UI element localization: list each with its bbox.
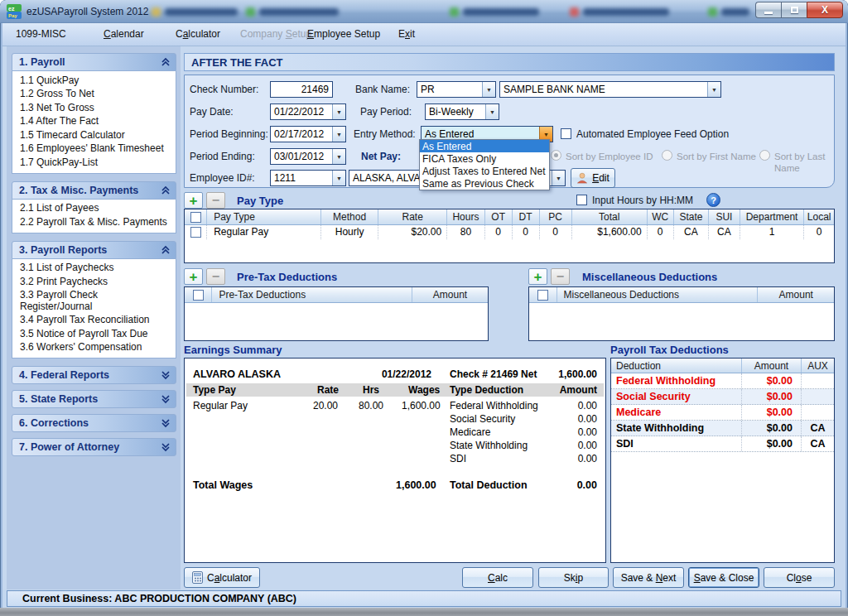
titlebar: ez Pay ezUSAPayroll System 2012 X xyxy=(0,0,848,23)
sort-by-employee-id-radio[interactable] xyxy=(551,150,561,161)
sidebar-item-print-paychecks[interactable]: 3.2 Print Paychecks xyxy=(12,275,176,289)
help-icon[interactable]: ? xyxy=(706,193,720,207)
calc-button[interactable]: Calc xyxy=(462,567,533,588)
table-row[interactable]: Federal Withholding $0.00 xyxy=(611,373,834,389)
remove-pay-type-button[interactable]: − xyxy=(206,192,225,209)
row-checkbox[interactable] xyxy=(190,227,201,238)
sidebar-section-power-of-attorney[interactable]: 7. Power of Attorney xyxy=(12,438,176,456)
edit-employee-button[interactable]: Edit xyxy=(571,168,615,188)
sidebar-item-check-register[interactable]: 3.3 Payroll Check Register/Journal xyxy=(12,289,176,314)
window-controls: X xyxy=(755,2,843,18)
restore-button[interactable] xyxy=(781,2,807,18)
chevron-down-icon[interactable]: ▼ xyxy=(332,149,345,164)
close-form-button[interactable]: Close xyxy=(764,567,835,588)
sidebar-item-blank-timesheet[interactable]: 1.6 Employees' Blank Timesheet xyxy=(12,142,176,156)
table-row[interactable]: Medicare $0.00 xyxy=(611,405,834,421)
pay-date-combobox[interactable]: 01/22/2012▼ xyxy=(270,103,346,120)
sidebar-item-after-the-fact[interactable]: 1.4 After The Fact xyxy=(12,115,176,129)
remove-pretax-button[interactable]: − xyxy=(206,268,225,285)
blurred-toolbar-item[interactable] xyxy=(152,5,238,18)
chevron-down-icon[interactable]: ▼ xyxy=(485,104,499,119)
sidebar-item-list-of-payees[interactable]: 2.1 List of Payees xyxy=(12,202,176,216)
menu-exit[interactable]: Exit xyxy=(398,28,415,40)
period-ending-combobox[interactable]: 03/01/2012▼ xyxy=(270,148,346,165)
sidebar-item-notice-tax-due[interactable]: 3.5 Notice of Payroll Tax Due xyxy=(12,327,176,341)
menu-calculator[interactable]: Calculator xyxy=(176,28,220,40)
minimize-button[interactable] xyxy=(755,2,781,18)
blurred-toolbar-item[interactable] xyxy=(570,5,669,18)
automated-feed-checkbox[interactable] xyxy=(561,128,571,139)
column-header: WC xyxy=(647,209,673,224)
calculator-button[interactable]: Calculator xyxy=(184,567,260,588)
sidebar-item-timecard-calculator[interactable]: 1.5 Timecard Calculator xyxy=(12,128,176,142)
save-next-button[interactable]: Save & Next xyxy=(613,567,684,588)
dropdown-option-same-as-previous[interactable]: Same as Previous Check xyxy=(420,177,549,190)
save-close-button[interactable]: Save & Close xyxy=(688,567,759,588)
bank-code-combobox[interactable]: PR▼ xyxy=(417,81,496,98)
sidebar-item-quickpay-list[interactable]: 1.7 QuickPay-List xyxy=(12,156,176,170)
column-header: Department xyxy=(740,209,804,224)
sidebar-item-net-to-gross[interactable]: 1.3 Net To Gross xyxy=(12,101,176,115)
table-row[interactable]: State Withholding $0.00 CA xyxy=(611,421,834,436)
total-wages-label: Total Wages xyxy=(193,479,253,491)
add-pretax-button[interactable]: + xyxy=(184,268,203,285)
table-row[interactable]: Regular Pay Hourly $20.00 80 0 0 0 $1,60… xyxy=(185,224,834,239)
employee-id-combobox[interactable]: 1211▼ xyxy=(270,170,346,186)
sidebar-item-payroll-tax-misc-payments[interactable]: 2.2 Payroll Tax & Misc. Payments xyxy=(12,215,176,229)
add-pay-type-button[interactable]: + xyxy=(184,192,203,209)
column-header: Type Pay xyxy=(193,384,236,396)
check-number-input[interactable]: 21469 xyxy=(270,81,333,98)
chevron-down-icon[interactable]: ▼ xyxy=(332,127,345,142)
dropdown-option-as-entered[interactable]: As Entered xyxy=(420,140,549,152)
sort-by-first-name-radio[interactable] xyxy=(662,150,672,161)
select-all-checkbox[interactable] xyxy=(193,290,204,301)
minimize-icon xyxy=(764,12,773,14)
pay-type-table: Pay Type Method Rate Hours OT DT PC Tota… xyxy=(184,209,835,263)
blurred-toolbar-item[interactable] xyxy=(246,5,339,18)
earnings-summary-panel: ALVARO ALASKA 01/22/2012 Check # 21469 N… xyxy=(184,358,606,563)
sidebar-item-list-of-paychecks[interactable]: 3.1 List of Paychecks xyxy=(12,262,176,276)
sidebar-section-federal-reports[interactable]: 4. Federal Reports xyxy=(12,366,176,384)
period-beginning-combobox[interactable]: 02/17/2012▼ xyxy=(270,126,346,142)
menu-calendar[interactable]: Calendar xyxy=(104,28,144,40)
dropdown-option-adjust-taxes[interactable]: Adjust Taxes to Entered Net xyxy=(420,165,549,177)
menu-company-setup[interactable]: Company Setup xyxy=(240,28,311,40)
sidebar-item-workers-compensation[interactable]: 3.6 Workers' Compensation xyxy=(12,341,176,355)
sidebar-section-payroll-reports[interactable]: 3. Payroll Reports xyxy=(12,241,176,259)
payroll-tax-table: Deduction Amount AUX Federal Withholding… xyxy=(610,358,835,563)
close-button[interactable]: X xyxy=(807,2,843,18)
table-row[interactable]: SDI $0.00 CA xyxy=(611,436,834,452)
blurred-toolbar-item[interactable] xyxy=(708,5,749,18)
sidebar-section-corrections[interactable]: 6. Corrections xyxy=(12,414,176,432)
sidebar-item-tax-reconciliation[interactable]: 3.4 Payroll Tax Reconciliation xyxy=(12,314,176,328)
pay-period-combobox[interactable]: Bi-Weekly▼ xyxy=(425,103,499,120)
chevron-down-icon[interactable]: ▼ xyxy=(707,82,720,97)
add-misc-button[interactable]: + xyxy=(528,268,547,285)
menu-employee-setup[interactable]: Employee Setup xyxy=(307,28,380,40)
restore-icon xyxy=(791,7,798,13)
column-header: Rate xyxy=(378,209,447,224)
sidebar-section-state-reports[interactable]: 5. State Reports xyxy=(12,390,176,408)
sidebar-section-tax-misc[interactable]: 2. Tax & Misc. Payments xyxy=(12,181,176,200)
chevron-down-icon[interactable]: ▼ xyxy=(482,82,495,97)
skip-button[interactable]: Skip xyxy=(538,567,609,588)
sidebar-section-payroll[interactable]: 1. Payroll xyxy=(12,53,176,71)
table-row[interactable]: Social Security $0.00 xyxy=(611,389,834,405)
dropdown-option-fica-taxes-only[interactable]: FICA Taxes Only xyxy=(420,152,549,165)
column-header: Total xyxy=(571,209,647,224)
chevron-down-icon[interactable]: ▼ xyxy=(552,171,565,185)
bank-name-combobox[interactable]: SAMPLE BANK NAME▼ xyxy=(499,81,721,98)
select-all-checkbox[interactable] xyxy=(537,290,548,301)
chevron-down-icon[interactable]: ▼ xyxy=(332,104,345,119)
earnings-header-band xyxy=(186,383,604,397)
input-hours-checkbox[interactable] xyxy=(576,195,587,205)
chevron-down-icon[interactable]: ▼ xyxy=(332,171,345,185)
sidebar-item-quickpay[interactable]: 1.1 QuickPay xyxy=(12,74,176,88)
blurred-toolbar-item[interactable] xyxy=(450,5,539,18)
misc-section-label: Miscellaneous Deductions xyxy=(582,271,717,283)
sidebar-item-gross-to-net[interactable]: 1.2 Gross To Net xyxy=(12,88,176,102)
remove-misc-button[interactable]: − xyxy=(551,268,570,285)
sort-by-last-name-radio[interactable] xyxy=(759,150,770,161)
select-all-checkbox[interactable] xyxy=(190,212,201,223)
menu-1099-misc[interactable]: 1099-MISC xyxy=(16,28,66,40)
